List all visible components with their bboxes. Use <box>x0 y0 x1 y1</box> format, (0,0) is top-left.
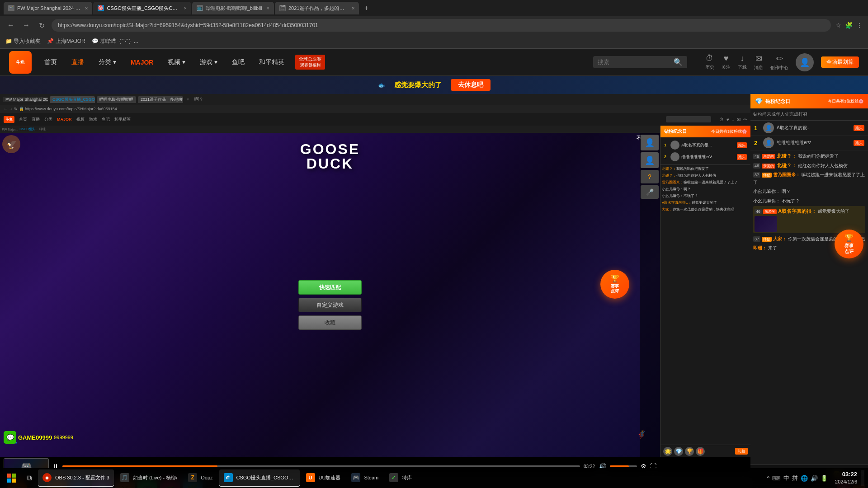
nested-tab-3[interactable]: 哔哩电影-哔哩哔哩 <box>97 96 136 103</box>
tray-arrow[interactable]: ^ <box>767 475 769 481</box>
bookmark-icon[interactable]: ☆ <box>835 22 841 29</box>
vip-btn[interactable]: 全场最划算 <box>821 56 859 68</box>
volume-bar[interactable] <box>610 465 637 467</box>
nested-tab-1[interactable]: PW Major Shanghai 2024 Simul... <box>3 97 48 102</box>
bookmark-major[interactable]: 📌 上海MAJOR <box>47 38 85 45</box>
battery-icon[interactable]: 🔋 <box>821 475 828 482</box>
taskbar-steam[interactable]: 🎮 Steam <box>347 469 383 487</box>
nested-follow-icon[interactable]: ♥ <box>726 117 729 122</box>
download-icon-btn[interactable]: ↓ 下载 <box>738 54 747 70</box>
level3-tab1[interactable]: PW Major... <box>2 128 18 131</box>
task-view-btn[interactable]: ⧉ <box>22 471 36 485</box>
ime-pin-icon[interactable]: 拼 <box>792 474 798 482</box>
game-side-icon-1[interactable]: ? <box>641 170 659 183</box>
new-tab-button[interactable]: + <box>360 2 373 14</box>
tab-close-2[interactable]: × <box>184 5 186 11</box>
nested-address-bar[interactable]: ← → ↻ 🔒 https://www.douyu.com/topic/SHMa… <box>0 105 750 113</box>
taskbar-clock[interactable]: 03:22 2024/12/6 <box>835 470 857 486</box>
nested-gift-4[interactable]: 🎁 <box>696 447 705 456</box>
reload-button[interactable]: ↻ <box>36 21 47 30</box>
create-icon-btn[interactable]: ✏ 创作中心 <box>770 54 788 71</box>
show-desktop-btn[interactable] <box>861 470 864 486</box>
search-input[interactable] <box>598 59 670 66</box>
nested-search-bar[interactable] <box>666 116 711 122</box>
tab-close-1[interactable]: × <box>85 5 88 11</box>
start-button[interactable] <box>4 470 20 486</box>
keyboard-icon[interactable]: ⌨ <box>772 475 781 482</box>
msg-user-3: 雪乃圈圈米： <box>773 172 800 177</box>
nav-major[interactable]: MAJOR <box>127 57 157 68</box>
nested-gift-btn[interactable]: 礼包 <box>735 448 748 455</box>
favorites-btn[interactable]: 收藏 <box>298 315 362 330</box>
rank-avatar-2 <box>670 152 679 161</box>
taskbar-uu[interactable]: U UU加速器 <box>302 469 345 487</box>
nested-nav-video[interactable]: 视频 <box>76 117 85 122</box>
taskbar-teku[interactable]: ✓ 特库 <box>385 469 416 487</box>
level3-tab3[interactable]: 哔哩... <box>39 127 48 131</box>
extensions-icon[interactable]: 🧩 <box>845 22 853 29</box>
bookmark-chat[interactable]: 💬 群哔哔（'"-"）... <box>92 38 138 45</box>
nested-download-icon[interactable]: ↓ <box>732 117 734 122</box>
browser-tab-1[interactable]: 🎮 PW Major Shanghai 2024 Simul... × <box>4 2 92 14</box>
volume-tray-icon[interactable]: 🔊 <box>811 475 818 482</box>
browser-tab-3[interactable]: 📺 哔哩电影-哔哩哔哩_bilibili × <box>192 2 274 14</box>
history-icon-btn[interactable]: ⏱ 历史 <box>705 54 714 70</box>
nested-close-icon[interactable]: × <box>187 97 189 102</box>
global-finals-badge[interactable]: 全球总决赛 观赛领福利 <box>295 55 325 70</box>
user-avatar[interactable]: 👤 <box>796 53 814 71</box>
browser-tab-4[interactable]: 🎬 2021遥子作品，多起凶案引出... × <box>275 2 359 14</box>
floating-event-review-btn[interactable]: 🏆 赛事点评 <box>835 230 863 258</box>
ime-cn-icon[interactable]: 中 <box>783 474 789 482</box>
game-side-icon-2[interactable]: 🎤 <box>641 185 659 199</box>
nested-gift-1[interactable]: 🌟 <box>663 447 672 456</box>
level3-tab2[interactable]: CSGO慢头... <box>19 127 38 131</box>
nested-nav-category[interactable]: 分类 <box>44 117 52 122</box>
nav-fishbar[interactable]: 鱼吧 <box>228 56 248 68</box>
event-review-btn[interactable]: 🏆 赛事 点评 <box>600 270 629 299</box>
nested-nav-peace[interactable]: 和平精英 <box>114 117 131 122</box>
nested-nav-game[interactable]: 游戏 <box>89 117 97 122</box>
tab-close-4[interactable]: × <box>352 5 354 11</box>
nav-video[interactable]: 视频 ▾ <box>164 56 189 68</box>
nested-new-tab-icon[interactable]: 啊？ <box>194 96 203 103</box>
nested-msg-1: 北碰？：我说的吗你把握爱了 <box>662 166 749 171</box>
nav-live[interactable]: 直播 <box>68 56 88 68</box>
nested-tab-4[interactable]: 2021遥子作品，多起凶案... <box>138 96 183 103</box>
progress-bar[interactable] <box>62 465 580 467</box>
nested-nav-home[interactable]: 首页 <box>19 117 27 122</box>
search-icon[interactable]: 🔍 <box>674 58 683 66</box>
nav-home[interactable]: 首页 <box>41 56 61 68</box>
nav-game[interactable]: 游戏 ▾ <box>196 56 221 68</box>
follow-icon-btn[interactable]: ♥ 关注 <box>722 54 731 70</box>
menu-icon[interactable]: ⋮ <box>856 22 863 29</box>
task-view-icon: ⧉ <box>27 474 32 482</box>
douyu-search[interactable]: 🔍 <box>593 56 687 68</box>
bookmark-import[interactable]: 📁 导入收藏夹 <box>5 38 41 45</box>
nested-gift-2[interactable]: 💎 <box>674 447 683 456</box>
nested-nav-major[interactable]: MAJOR <box>57 117 72 122</box>
nested-message-icon[interactable]: ✉ <box>737 117 741 122</box>
browser-tab-2[interactable]: 🎯 CSGO慢头直播_CSGO慢头CS2直... × <box>93 2 191 14</box>
nested-gift-3[interactable]: 🏆 <box>685 447 694 456</box>
tab-close-3[interactable]: × <box>267 5 269 11</box>
quick-match-btn[interactable]: 快速匹配 <box>298 280 362 295</box>
custom-game-btn[interactable]: 自定义游戏 <box>298 298 362 312</box>
nav-peace[interactable]: 和平精英 <box>255 56 288 68</box>
nested-history-icon[interactable]: ⏱ <box>719 117 724 122</box>
forward-button[interactable]: → <box>21 21 32 29</box>
nested-nav-live[interactable]: 直播 <box>32 117 40 122</box>
nested-nav-fishbar[interactable]: 鱼吧 <box>102 117 110 122</box>
taskbar-obs[interactable]: ⏺ OBS 30.2.3 - 配置文件:3 <box>38 469 114 487</box>
taskbar-oopz[interactable]: Z Oopz <box>184 469 217 487</box>
taskbar-music[interactable]: 🎵 如当时 (Live) - 杨柳/ <box>116 469 182 487</box>
banner-cta[interactable]: 去休息吧 <box>451 79 491 91</box>
network-icon[interactable]: 🌐 <box>801 475 808 482</box>
message-icon-btn[interactable]: ✉ 消息 <box>754 54 763 71</box>
nav-category[interactable]: 分类 ▾ <box>95 56 120 68</box>
taskbar-douyu[interactable]: 🌊 CSGO慢头直播_CSGO慢... <box>219 469 300 487</box>
nested-tab-2[interactable]: CSGO慢头直播_CSGO慢头CS2直... <box>50 96 95 103</box>
oopz-app-icon: Z <box>188 473 197 482</box>
nested-create-icon[interactable]: ✏ <box>743 117 747 122</box>
back-button[interactable]: ← <box>5 21 16 29</box>
url-bar[interactable]: https://www.douyu.com/topic/SHMajor?id=6… <box>52 19 831 32</box>
